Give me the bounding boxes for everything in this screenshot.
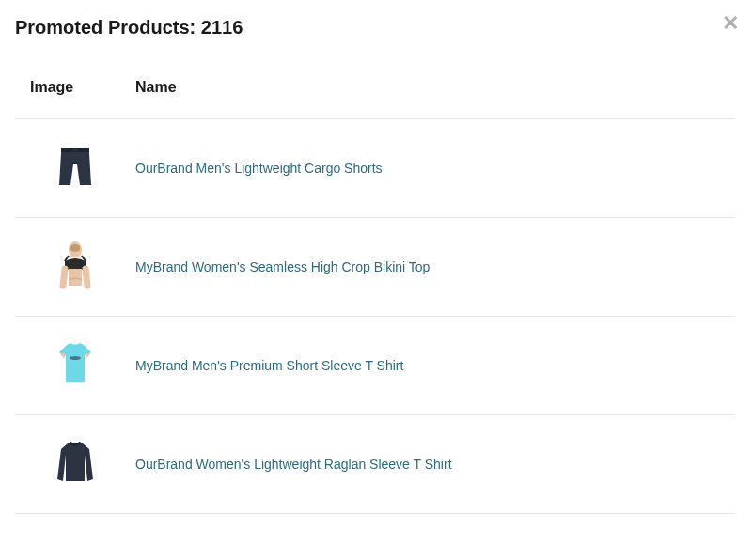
product-name-cell: MyBrand Women's Seamless High Crop Bikin… <box>128 218 735 317</box>
product-link[interactable]: OurBrand Men's Lightweight Cargo Shorts <box>135 161 383 176</box>
tshirt-aqua-icon <box>52 339 99 388</box>
title-prefix: Promoted Products: <box>15 17 201 38</box>
column-header-name: Name <box>128 66 735 119</box>
product-image-cell <box>15 317 128 415</box>
modal-title: Promoted Products: 2116 <box>0 0 752 48</box>
product-link[interactable]: MyBrand Women's Seamless High Crop Bikin… <box>135 259 430 274</box>
title-count: 2116 <box>201 17 243 38</box>
product-name-cell: OurBrand Women's Lightweight Raglan Slee… <box>128 415 735 514</box>
table-row: OurBrand Women's Lightweight Raglan Slee… <box>15 415 735 514</box>
bikini-top-icon <box>52 241 99 289</box>
product-link[interactable]: MyBrand Men's Premium Short Sleeve T Shi… <box>135 358 403 373</box>
svg-rect-3 <box>69 269 82 286</box>
product-image-cell <box>15 119 128 218</box>
product-name-cell: OurBrand Men's Lightweight Cargo Shorts <box>128 119 735 218</box>
svg-point-4 <box>70 356 81 360</box>
table-row: MyBrand Women's Seamless High Crop Bikin… <box>15 218 735 317</box>
shorts-icon <box>52 142 99 191</box>
product-image-cell <box>15 415 128 514</box>
product-scroll-area[interactable]: Image Name OurBrand Men's Lightweight <box>0 47 743 551</box>
product-link[interactable]: OurBrand Women's Lightweight Raglan Slee… <box>135 457 452 472</box>
table-row <box>15 514 735 552</box>
table-row: OurBrand Men's Lightweight Cargo Shorts <box>15 119 735 218</box>
close-icon: ✕ <box>722 11 739 35</box>
close-button[interactable]: ✕ <box>722 13 739 34</box>
product-name-cell: MyBrand Men's Premium Short Sleeve T Shi… <box>128 317 735 415</box>
column-header-image: Image <box>15 66 128 119</box>
table-row: MyBrand Men's Premium Short Sleeve T Shi… <box>15 317 735 415</box>
product-table: Image Name OurBrand Men's Lightweight <box>15 66 735 551</box>
product-image-cell <box>15 218 128 317</box>
svg-rect-1 <box>72 149 78 151</box>
longsleeve-navy-icon <box>52 438 99 487</box>
